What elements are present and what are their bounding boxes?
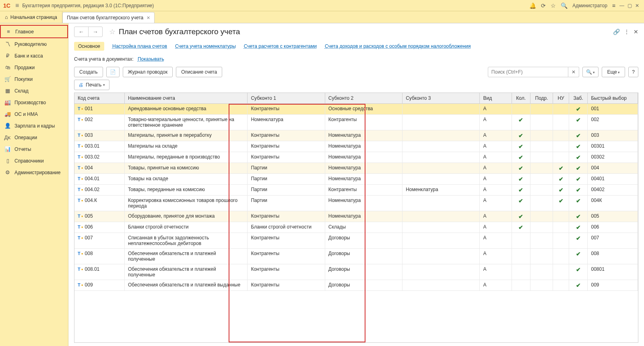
user-label[interactable]: Администратор xyxy=(572,3,607,8)
table-row[interactable]: Т●009Обеспечения обязательств и платежей… xyxy=(74,280,638,291)
app-title: Бухгалтерия предприятия, редакция 3.0 (1… xyxy=(22,3,154,8)
sidebar-item-label: ОС и НМА xyxy=(14,111,38,117)
create-button[interactable]: Создать xyxy=(74,67,103,77)
setting-show-link[interactable]: Показывать xyxy=(138,56,164,62)
search-icon[interactable]: 🔍 xyxy=(561,2,568,9)
table-row[interactable]: Т●008.01Обеспечения обязательств и плате… xyxy=(74,264,638,280)
more-button[interactable]: Еще xyxy=(602,67,625,77)
table-row[interactable]: Т●004.02Товары, переданные на комиссиюПа… xyxy=(74,185,638,196)
link-tab-settings[interactable]: Настройка плана счетов xyxy=(112,43,167,49)
close-button[interactable]: ✕ xyxy=(635,3,639,8)
table-row[interactable]: Т●006Бланки строгой отчетностиБланки стр… xyxy=(74,222,638,233)
col-nu[interactable]: НУ xyxy=(553,93,569,104)
table-row[interactable]: Т●008Обеспечения обязательств и платежей… xyxy=(74,249,638,264)
sidebar-icon: 🛒 xyxy=(4,76,11,82)
search-clear-icon[interactable]: ✕ xyxy=(568,67,579,77)
journal-button[interactable]: Журнал проводок xyxy=(123,67,173,77)
sidebar-item-3[interactable]: 🛍Продажи xyxy=(0,62,68,73)
page-close-icon[interactable]: ✕ xyxy=(634,29,638,35)
sidebar-item-9[interactable]: ДᴋОперации xyxy=(0,132,68,143)
history-icon[interactable]: ⟳ xyxy=(541,2,546,9)
table-row[interactable]: Т●001Арендованные основные средстваКонтр… xyxy=(74,104,638,115)
minimize-button[interactable]: — xyxy=(619,3,624,8)
col-kol[interactable]: Кол. xyxy=(512,93,530,104)
sidebar-icon: 🏭 xyxy=(4,99,11,105)
sidebar-item-label: Покупки xyxy=(14,76,33,82)
search-box: ✕ xyxy=(488,67,579,77)
sidebar-item-label: Отчеты xyxy=(14,146,31,152)
sidebar-icon: ₽ xyxy=(4,53,11,59)
help-button[interactable]: ? xyxy=(628,67,638,77)
sidebar-item-label: Главное xyxy=(15,29,34,35)
content-area: ← → ☆ План счетов бухгалтерского учета 🔗… xyxy=(68,23,644,346)
link-tab-nomenclature[interactable]: Счета учета номенклатуры xyxy=(175,43,236,49)
sidebar-icon: 〽 xyxy=(4,41,11,47)
sidebar-item-12[interactable]: ⚙Администрирование xyxy=(0,167,68,178)
app-logo: 1C xyxy=(3,2,10,9)
print-icon: 🖨 xyxy=(78,82,83,88)
print-label: Печать xyxy=(86,82,101,88)
kebab-icon[interactable]: ⋮ xyxy=(624,29,630,35)
description-button[interactable]: Описание счета xyxy=(176,67,222,77)
sidebar-item-10[interactable]: 📊Отчеты xyxy=(0,143,68,155)
sidebar-item-1[interactable]: 〽Руководителю xyxy=(0,38,68,50)
col-sub2[interactable]: Субконто 2 xyxy=(325,93,402,104)
sidebar-item-label: Склад xyxy=(14,88,29,94)
sidebar-icon: 👤 xyxy=(4,123,11,129)
table-row[interactable]: Т●003.02Материалы, переданные в производ… xyxy=(74,152,638,163)
col-name[interactable]: Наименование счета xyxy=(124,93,247,104)
nav-back-button[interactable]: ← xyxy=(74,27,88,37)
setting-row: Счета учета в документах: Показывать xyxy=(68,53,644,65)
table-row[interactable]: Т●004.ККорректировка комиссионных товаро… xyxy=(74,196,638,211)
link-icon[interactable]: 🔗 xyxy=(613,29,620,35)
bell-icon[interactable]: 🔔 xyxy=(529,2,536,9)
table-row[interactable]: Т●004Товары, принятые на комиссиюПартииН… xyxy=(74,163,638,174)
home-tab[interactable]: ⌂ Начальная страница xyxy=(0,11,62,23)
sidebar-item-label: Продажи xyxy=(14,65,35,70)
print-button[interactable]: 🖨 Печать ▾ xyxy=(74,80,109,90)
link-tab-main[interactable]: Основное xyxy=(74,42,104,51)
title-bar: 1C ≡ Бухгалтерия предприятия, редакция 3… xyxy=(0,0,644,11)
home-tab-label: Начальная страница xyxy=(10,14,57,20)
sidebar-item-label: Банк и касса xyxy=(14,53,43,59)
table-row[interactable]: Т●003Материалы, принятые в переработкуКо… xyxy=(74,130,638,141)
sidebar-item-5[interactable]: ▦Склад xyxy=(0,85,68,97)
favorite-star-icon[interactable]: ☆ xyxy=(109,27,116,36)
main-menu-icon[interactable]: ≡ xyxy=(15,2,19,9)
col-podr[interactable]: Подр. xyxy=(530,93,553,104)
accounts-table[interactable]: Код счета Наименование счета Субконто 1 … xyxy=(74,93,638,343)
sidebar-item-7[interactable]: 🚚ОС и НМА xyxy=(0,108,68,120)
col-zab[interactable]: Заб. xyxy=(569,93,588,104)
table-row[interactable]: Т●002Товарно-материальные ценности, прин… xyxy=(74,115,638,130)
search-input[interactable] xyxy=(488,67,568,77)
sidebar-item-4[interactable]: 🛒Покупки xyxy=(0,73,68,85)
tab-close-icon[interactable]: ✕ xyxy=(147,15,150,21)
settings-icon[interactable]: ≡ xyxy=(612,2,615,9)
star-icon[interactable]: ☆ xyxy=(551,2,556,9)
link-tab-special-tax[interactable]: Счета доходов и расходов с особым порядк… xyxy=(325,43,471,49)
sidebar-item-6[interactable]: 🏭Производство xyxy=(0,97,68,108)
sidebar-item-8[interactable]: 👤Зарплата и кадры xyxy=(0,120,68,132)
tab-label: План счетов бухгалтерского учета xyxy=(67,15,143,21)
tab-chart-of-accounts[interactable]: План счетов бухгалтерского учета ✕ xyxy=(62,12,155,23)
table-row[interactable]: Т●004.01Товары на складеПартииНоменклату… xyxy=(74,174,638,185)
sidebar-item-label: Руководителю xyxy=(14,41,47,47)
copy-button[interactable]: 📄 xyxy=(106,67,120,77)
link-tab-counterparties[interactable]: Счета расчетов с контрагентами xyxy=(244,43,317,49)
col-vid[interactable]: Вид xyxy=(480,93,512,104)
sidebar-item-0[interactable]: ≡Главное xyxy=(0,25,68,38)
sidebar-item-11[interactable]: ▯Справочники xyxy=(0,155,68,167)
sidebar-item-2[interactable]: ₽Банк и касса xyxy=(0,50,68,62)
advanced-search-button[interactable]: 🔍 xyxy=(582,67,599,77)
table-row[interactable]: Т●007Списанная в убыток задолженность не… xyxy=(74,233,638,249)
col-fast[interactable]: Быстрый выбор xyxy=(588,93,638,104)
col-sub3[interactable]: Субконто 3 xyxy=(402,93,480,104)
col-sub1[interactable]: Субконто 1 xyxy=(248,93,325,104)
table-row[interactable]: Т●003.01Материалы на складеКонтрагентыНо… xyxy=(74,141,638,152)
table-row[interactable]: Т●005Оборудование, принятое для монтажаК… xyxy=(74,211,638,222)
tabs-row: ⌂ Начальная страница План счетов бухгалт… xyxy=(0,11,644,23)
col-code[interactable]: Код счета xyxy=(74,93,124,104)
page-title: План счетов бухгалтерского учета xyxy=(119,27,240,36)
maximize-button[interactable]: ▢ xyxy=(627,3,632,8)
nav-forward-button[interactable]: → xyxy=(88,27,102,37)
